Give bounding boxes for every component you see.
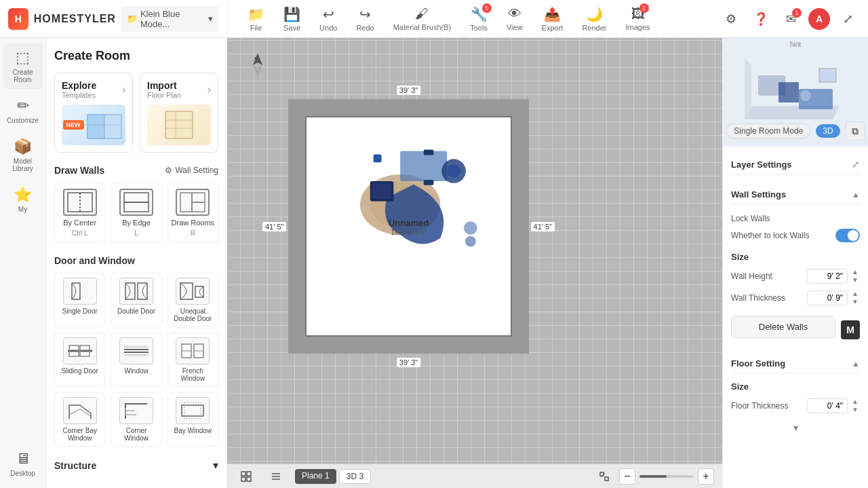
- import-card[interactable]: Import Floor Plan ›: [140, 73, 218, 153]
- sidebar-item-create-room[interactable]: ⬚ CreateRoom: [3, 43, 43, 89]
- floor-setting-section: Floor Setting ▲ Size Floor Thickness ▲ ▼: [731, 354, 860, 433]
- floor-setting-header[interactable]: Floor Setting ▲: [731, 354, 860, 373]
- french-window-label: French Window: [171, 367, 215, 382]
- corner-bay-window-icon: [63, 397, 97, 424]
- wall-setting-label: Wall Setting: [175, 166, 218, 175]
- toolbar-images[interactable]: 🖼2 Images: [616, 2, 659, 35]
- canvas-area[interactable]: N: [227, 38, 722, 488]
- wall-thickness-up[interactable]: ▲: [850, 290, 860, 298]
- draw-rooms[interactable]: Draw Rooms R: [167, 183, 218, 243]
- corner-window[interactable]: Corner Window: [111, 392, 161, 447]
- svg-rect-40: [424, 150, 434, 155]
- align-button[interactable]: [265, 468, 287, 485]
- svg-rect-38: [372, 183, 392, 200]
- double-door[interactable]: Double Door: [111, 273, 161, 327]
- structure-header[interactable]: Structure ▾: [54, 459, 218, 472]
- draw-by-center[interactable]: By Center Ctrl L: [54, 183, 105, 243]
- toolbar-tools[interactable]: 🔧5 Tools: [460, 2, 497, 36]
- unequal-double-door[interactable]: Unequal Double Door: [167, 273, 218, 327]
- unequal-double-door-icon: [176, 278, 210, 305]
- preview-copy-btn[interactable]: ⧉: [846, 121, 865, 140]
- floor-setting-chevron-down-icon[interactable]: ▾: [793, 422, 798, 433]
- wall-settings-header[interactable]: Wall Settings ▲: [731, 185, 860, 204]
- toolbar-view[interactable]: 👁 View: [497, 2, 532, 35]
- sidebar-item-customize[interactable]: ✏ Customize: [3, 92, 43, 130]
- double-door-icon: [119, 278, 153, 305]
- structure-chevron-icon: ▾: [213, 459, 218, 472]
- sliding-door-label: Sliding Door: [61, 367, 98, 375]
- toolbar-material-brush[interactable]: 🖌 Material Brush(B): [384, 2, 461, 35]
- file-icon: 📁: [248, 6, 264, 22]
- svg-point-46: [465, 236, 476, 247]
- 3d3-tab[interactable]: 3D 3: [339, 469, 371, 484]
- sidebar-item-my[interactable]: ⭐ My: [3, 181, 43, 219]
- toolbar-render[interactable]: 🌙 Render: [572, 2, 616, 36]
- svg-point-45: [464, 221, 477, 235]
- bay-window-label: Bay Window: [174, 427, 212, 434]
- mail-badge: 1: [792, 8, 802, 18]
- wall-thickness-input[interactable]: [807, 290, 848, 305]
- bay-window[interactable]: Bay Window: [167, 392, 218, 447]
- north-arrow: N: [248, 52, 268, 83]
- corner-bay-window[interactable]: Corner Bay Window: [54, 392, 105, 447]
- by-edge-label: By Edge: [122, 219, 151, 227]
- layer-settings-title: Layer Settings: [731, 159, 792, 170]
- grid-button[interactable]: [235, 468, 257, 485]
- single-door-label: Single Door: [62, 307, 98, 315]
- fit-button[interactable]: [593, 468, 615, 485]
- whether-lock-row: Whether to lock Walls: [731, 226, 860, 245]
- wall-height-down[interactable]: ▼: [850, 276, 860, 284]
- french-window[interactable]: French Window: [167, 333, 218, 387]
- m-badge[interactable]: M: [841, 320, 860, 339]
- lock-walls-toggle[interactable]: [835, 229, 860, 242]
- export-icon: 📤: [544, 6, 561, 22]
- preview-hint: hint: [790, 41, 801, 48]
- delete-walls-button[interactable]: Delete Walls: [731, 316, 835, 338]
- sidebar-item-desktop[interactable]: 🖥 Desktop: [3, 445, 43, 483]
- sliding-door[interactable]: Sliding Door: [54, 333, 105, 387]
- mail-button[interactable]: ✉1: [778, 7, 803, 31]
- wall-height-label: Wall Height: [731, 271, 772, 281]
- layer-settings-header[interactable]: Layer Settings ⤢: [731, 155, 860, 174]
- toolbar-save[interactable]: 💾 Save: [274, 2, 310, 36]
- sliding-door-icon: [63, 337, 97, 364]
- sidebar-item-model-library[interactable]: 📦 ModelLibrary: [3, 132, 43, 178]
- wall-setting-button[interactable]: ⚙ Wall Setting: [165, 166, 218, 175]
- wall-height-up[interactable]: ▲: [850, 268, 860, 276]
- 3d-mode-btn[interactable]: 3D: [816, 124, 840, 138]
- wall-height-value-group: ▲ ▼: [807, 268, 860, 284]
- zoom-slider[interactable]: [639, 475, 694, 478]
- sidebar-label-create-room: CreateRoom: [12, 69, 33, 83]
- window[interactable]: Window: [111, 333, 161, 387]
- wall-thickness-row: Wall Thickness ▲ ▼: [731, 287, 860, 309]
- single-room-mode-btn[interactable]: Single Room Mode: [726, 124, 810, 138]
- project-name[interactable]: 📁 Klein Blue Mode... ▾: [121, 6, 218, 32]
- toolbar-undo[interactable]: ↩ Undo: [310, 2, 347, 36]
- sidebar-label-my: My: [18, 206, 27, 213]
- zoom-out-button[interactable]: −: [619, 468, 635, 485]
- chevron-down-icon: ▾: [208, 14, 213, 24]
- draw-by-edge[interactable]: By Edge L: [111, 183, 161, 243]
- left-panel: ⬚ CreateRoom ✏ Customize 📦 ModelLibrary …: [0, 38, 227, 488]
- help-button[interactable]: ❓: [749, 7, 773, 31]
- wall-height-input[interactable]: [807, 269, 848, 284]
- wall-thickness-value-group: ▲ ▼: [807, 290, 860, 306]
- floor-thickness-down[interactable]: ▼: [850, 406, 860, 414]
- explore-card[interactable]: Explore Templates › NEW: [54, 73, 133, 153]
- zoom-in-button[interactable]: +: [698, 468, 714, 485]
- plane1-tab[interactable]: Plane 1: [295, 469, 336, 484]
- settings-button[interactable]: ⚙: [719, 7, 743, 31]
- save-icon: 💾: [283, 6, 300, 22]
- toolbar-file[interactable]: 📁 File: [238, 2, 274, 36]
- svg-rect-3: [165, 111, 193, 138]
- avatar[interactable]: A: [808, 8, 830, 30]
- svg-rect-13: [192, 202, 205, 212]
- fullscreen-button[interactable]: ⤢: [835, 7, 860, 31]
- floor-thickness-up[interactable]: ▲: [850, 398, 860, 406]
- wall-thickness-down[interactable]: ▼: [850, 298, 860, 306]
- single-door[interactable]: Single Door: [54, 273, 105, 327]
- floor-thickness-input[interactable]: [807, 398, 848, 413]
- toolbar-redo[interactable]: ↪ Redo: [347, 2, 383, 36]
- by-edge-shortcut: L: [134, 229, 138, 237]
- toolbar-export[interactable]: 📤 Export: [532, 2, 573, 36]
